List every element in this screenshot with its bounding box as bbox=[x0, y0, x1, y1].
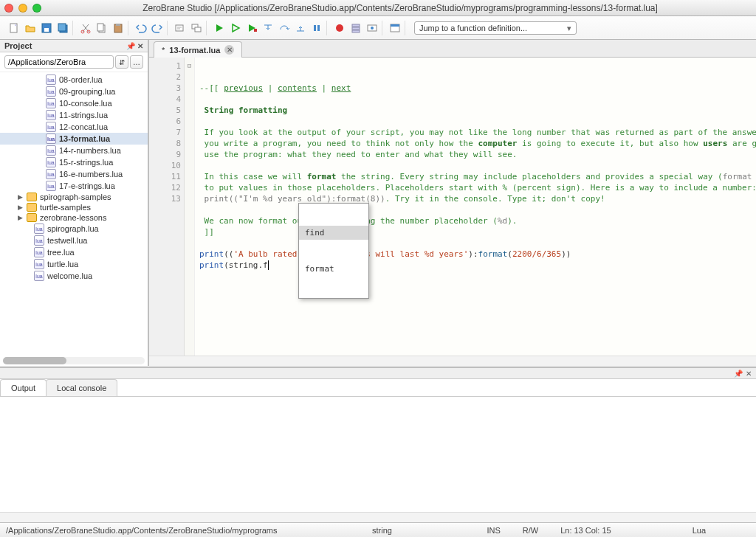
tree-item-16-e-numbers-lua[interactable]: lua16-e-numbers.lua bbox=[0, 168, 148, 180]
path-more-button[interactable]: … bbox=[130, 55, 143, 69]
tab-close-button[interactable]: ✕ bbox=[224, 45, 234, 55]
tree-item-welcome-lua[interactable]: luawelcome.lua bbox=[0, 270, 148, 282]
minimize-window-button[interactable] bbox=[18, 4, 27, 13]
tree-label: 16-e-numbers.lua bbox=[59, 170, 123, 179]
main-toolbar: Jump to a function definition... bbox=[0, 16, 756, 40]
tree-item-spirograph-samples[interactable]: ▶spirograph-samples bbox=[0, 192, 148, 202]
step-into-button[interactable] bbox=[261, 21, 275, 35]
tab-13-format[interactable]: * 13-format.lua ✕ bbox=[154, 41, 242, 58]
tree-label: 10-console.lua bbox=[59, 99, 112, 108]
tree-item-11-strings-lua[interactable]: lua11-strings.lua bbox=[0, 109, 148, 121]
output-pin-icon[interactable]: 📌 bbox=[734, 370, 743, 378]
tree-item-turtle-lua[interactable]: luaturtle.lua bbox=[0, 258, 148, 270]
redo-button[interactable] bbox=[150, 21, 165, 35]
svg-rect-11 bbox=[176, 25, 183, 31]
code-content[interactable]: --[[ previous | contents | next String f… bbox=[195, 58, 756, 356]
chevron-right-icon[interactable]: ▶ bbox=[16, 204, 24, 211]
cut-button[interactable] bbox=[78, 21, 93, 35]
tree-label: testwell.lua bbox=[47, 236, 87, 245]
tree-item-10-console-lua[interactable]: lua10-console.lua bbox=[0, 97, 148, 109]
link-previous[interactable]: previous bbox=[224, 83, 263, 93]
svg-rect-15 bbox=[314, 25, 316, 31]
file-tree[interactable]: lua08-order.lualua09-grouping.lualua10-c… bbox=[0, 72, 148, 366]
chevron-right-icon[interactable]: ▶ bbox=[16, 193, 24, 201]
lua-file-icon: lua bbox=[46, 98, 56, 108]
project-path-row: ⇵ … bbox=[0, 52, 148, 72]
tab-local-console[interactable]: Local console bbox=[46, 379, 117, 396]
save-button[interactable] bbox=[39, 21, 54, 35]
tree-item-zerobrane-lessons[interactable]: ▶zerobrane-lessons bbox=[0, 212, 148, 223]
autocomplete-item-find[interactable]: find bbox=[299, 226, 368, 240]
zoom-window-button[interactable] bbox=[32, 4, 41, 13]
tree-item-14-r-numbers-lua[interactable]: lua14-r-numbers.lua bbox=[0, 145, 148, 156]
status-bar: /Applications/ZeroBraneStudio.app/Conten… bbox=[0, 522, 756, 537]
output-body[interactable] bbox=[0, 397, 756, 512]
tree-item-15-r-strings-lua[interactable]: lua15-r-strings.lua bbox=[0, 156, 148, 168]
text-cursor bbox=[268, 260, 269, 270]
tree-label: 11-strings.lua bbox=[59, 111, 108, 119]
tree-label: zerobrane-lessons bbox=[40, 213, 107, 222]
tab-output[interactable]: Output bbox=[0, 379, 47, 396]
output-close-icon[interactable]: ✕ bbox=[746, 370, 752, 378]
tree-label: 12-concat.lua bbox=[59, 122, 108, 131]
breakpoint-button[interactable] bbox=[332, 21, 347, 35]
line-gutter: 12345678910111213 bbox=[149, 58, 185, 356]
editor-h-scrollbar[interactable] bbox=[149, 356, 756, 366]
status-pos: Ln: 13 Col: 15 bbox=[560, 526, 611, 535]
tree-label: spirograph.lua bbox=[47, 224, 99, 233]
status-rw: R/W bbox=[523, 526, 538, 535]
link-next[interactable]: next bbox=[331, 83, 351, 93]
autocomplete-popup[interactable]: find format bbox=[298, 203, 369, 299]
stop-button[interactable] bbox=[244, 21, 259, 35]
pin-icon[interactable]: 📌 ✕ bbox=[126, 42, 143, 50]
output-h-scrollbar[interactable] bbox=[0, 512, 756, 522]
folder-icon bbox=[27, 193, 37, 201]
tree-item-08-order-lua[interactable]: lua08-order.lua bbox=[0, 74, 148, 86]
paste-button[interactable] bbox=[111, 21, 126, 35]
svg-point-22 bbox=[371, 27, 374, 30]
close-window-button[interactable] bbox=[4, 4, 13, 13]
open-file-button[interactable] bbox=[23, 21, 38, 35]
project-sidebar: Project 📌 ✕ ⇵ … lua08-order.lualua09-gro… bbox=[0, 40, 149, 366]
replace-button[interactable] bbox=[189, 21, 204, 35]
link-contents[interactable]: contents bbox=[278, 83, 317, 93]
code-editor[interactable]: 12345678910111213 ⊟ --[[ previous | cont… bbox=[149, 58, 756, 356]
tree-label: tree.lua bbox=[47, 248, 75, 257]
debug-button[interactable] bbox=[228, 21, 243, 35]
tree-label: turtle-samples bbox=[40, 203, 91, 212]
lua-file-icon: lua bbox=[34, 271, 44, 281]
tree-item-spirograph-lua[interactable]: luaspirograph.lua bbox=[0, 223, 148, 235]
stack-button[interactable] bbox=[348, 21, 363, 35]
save-all-button[interactable] bbox=[55, 21, 70, 35]
step-out-button[interactable] bbox=[293, 21, 308, 35]
find-button[interactable] bbox=[173, 21, 188, 35]
undo-button[interactable] bbox=[134, 21, 148, 35]
path-dropdown-button[interactable]: ⇵ bbox=[115, 55, 128, 69]
break-button[interactable] bbox=[309, 21, 324, 35]
fold-column[interactable]: ⊟ bbox=[185, 58, 195, 356]
new-file-button[interactable] bbox=[7, 21, 21, 35]
watch-button[interactable] bbox=[365, 21, 379, 35]
status-word: string bbox=[372, 526, 392, 535]
tree-item-12-concat-lua[interactable]: lua12-concat.lua bbox=[0, 121, 148, 133]
tree-item-testwell-lua[interactable]: luatestwell.lua bbox=[0, 235, 148, 246]
tree-item-tree-lua[interactable]: luatree.lua bbox=[0, 246, 148, 258]
tree-item-turtle-samples[interactable]: ▶turtle-samples bbox=[0, 202, 148, 212]
sidebar-scrollbar[interactable] bbox=[3, 357, 145, 364]
step-over-button[interactable] bbox=[277, 21, 292, 35]
project-path-input[interactable] bbox=[4, 55, 114, 69]
copy-button[interactable] bbox=[94, 21, 109, 35]
svg-rect-10 bbox=[116, 24, 120, 26]
chevron-right-icon[interactable]: ▶ bbox=[16, 214, 24, 221]
tree-item-09-grouping-lua[interactable]: lua09-grouping.lua bbox=[0, 86, 148, 97]
lua-file-icon: lua bbox=[46, 134, 56, 144]
tree-item-17-e-strings-lua[interactable]: lua17-e-strings.lua bbox=[0, 180, 148, 192]
status-ins: INS bbox=[487, 526, 500, 535]
svg-rect-13 bbox=[195, 27, 201, 32]
autocomplete-item-format[interactable]: format bbox=[299, 262, 368, 276]
project-button[interactable] bbox=[388, 21, 402, 35]
function-jump-dropdown[interactable]: Jump to a function definition... bbox=[414, 21, 577, 35]
lua-file-icon: lua bbox=[34, 235, 44, 246]
tree-item-13-format-lua[interactable]: lua13-format.lua bbox=[0, 133, 148, 145]
run-button[interactable] bbox=[212, 21, 227, 35]
